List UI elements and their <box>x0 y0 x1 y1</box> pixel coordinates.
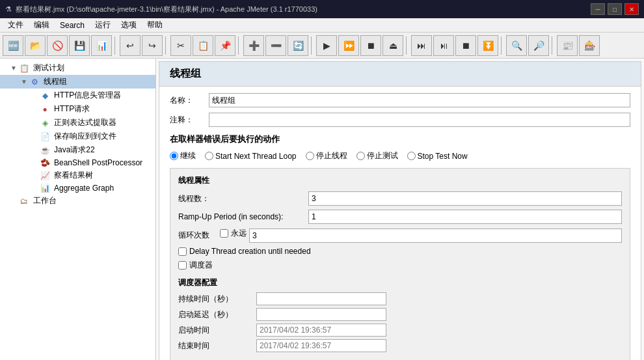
workbench-icon: 🗂 <box>19 197 29 206</box>
menu-item-运行[interactable]: 运行 <box>90 18 116 32</box>
delay-checkbox[interactable] <box>178 247 187 256</box>
loop-count-input[interactable] <box>249 228 622 243</box>
toolbar-btn-18[interactable]: ⏩ <box>338 35 359 56</box>
save-file-icon: 📄 <box>40 132 50 141</box>
scheduler-label: 调度器 <box>189 260 213 271</box>
tree-item-9[interactable]: 📊Aggregate Graph <box>0 182 155 194</box>
radio-stop-thread-label: 停止线程 <box>316 150 347 161</box>
radio-next-thread-input[interactable] <box>205 152 213 160</box>
regex-icon: ◈ <box>40 118 50 128</box>
comment-label: 注释： <box>170 115 209 126</box>
radio-next-thread[interactable]: Start Next Thread Loop <box>205 152 297 161</box>
radio-stop-thread-input[interactable] <box>306 152 314 160</box>
thread-icon: ⚙ <box>29 77 40 87</box>
toolbar-btn-19[interactable]: ⏹ <box>360 35 381 56</box>
toolbar-btn-27[interactable]: 🔍 <box>506 35 527 56</box>
toolbar-btn-22[interactable]: ⏭ <box>411 35 432 56</box>
toolbar-btn-14[interactable]: ➖ <box>265 35 286 56</box>
tree-item-2[interactable]: ◆HTTP信息头管理器 <box>0 89 155 102</box>
toolbar-btn-28[interactable]: 🔎 <box>528 35 549 56</box>
thread-count-input[interactable] <box>308 191 622 206</box>
menu-item-选项[interactable]: 选项 <box>116 18 142 32</box>
toolbar-separator <box>406 36 409 55</box>
beanshell-icon: 🫘 <box>40 158 50 167</box>
tree-item-6[interactable]: ☕Java请求22 <box>0 143 155 157</box>
ramp-up-input[interactable] <box>308 210 622 224</box>
radio-stop-test-now-label: Stop Test Now <box>418 152 468 161</box>
loop-forever-label[interactable]: 永远 <box>220 228 247 239</box>
tree-item-3[interactable]: ●HTTP请求 <box>0 102 155 116</box>
toolbar-btn-2[interactable]: 🚫 <box>47 35 68 56</box>
radio-stop-test-now-input[interactable] <box>407 152 416 160</box>
tree-item-label-9: Aggregate Graph <box>54 184 114 193</box>
toolbar-btn-25[interactable]: ⏬ <box>477 35 498 56</box>
toolbar-btn-7[interactable]: ↪ <box>142 35 163 56</box>
toolbar-btn-1[interactable]: 📂 <box>25 35 46 56</box>
toolbar-btn-13[interactable]: ➕ <box>243 35 264 56</box>
start-time-input[interactable] <box>256 324 386 337</box>
radio-continue-input[interactable] <box>170 152 178 160</box>
menu-item-帮助[interactable]: 帮助 <box>142 18 168 32</box>
radio-next-thread-label: Start Next Thread Loop <box>215 152 297 161</box>
menu-item-Search[interactable]: Search <box>55 20 90 31</box>
http-header-icon: ◆ <box>40 91 50 100</box>
toolbar-btn-10[interactable]: 📋 <box>193 35 213 56</box>
tree-item-label-5: 保存响应到到文件 <box>54 131 116 142</box>
tree-item-5[interactable]: 📄保存响应到到文件 <box>0 130 155 143</box>
name-label: 名称： <box>170 95 209 106</box>
toolbar-btn-3[interactable]: 💾 <box>69 35 90 56</box>
toolbar-btn-9[interactable]: ✂ <box>170 35 191 56</box>
startup-delay-row: 启动延迟（秒） <box>178 308 622 321</box>
maximize-button[interactable]: □ <box>608 3 622 15</box>
scheduler-checkbox-row: 调度器 <box>178 260 622 271</box>
content-panel: 线程组 名称： 注释： 在取样器错误后要执行的动作 继续 <box>156 59 644 360</box>
close-button[interactable]: ✕ <box>624 3 639 15</box>
radio-stop-thread[interactable]: 停止线程 <box>306 150 347 161</box>
toolbar-btn-30[interactable]: 📰 <box>557 35 578 56</box>
loop-forever-checkbox[interactable] <box>220 229 228 238</box>
tree-item-8[interactable]: 📈察看结果树 <box>0 169 155 182</box>
menu-item-文件[interactable]: 文件 <box>3 18 29 32</box>
titlebar-controls: ─ □ ✕ <box>591 3 639 15</box>
result-tree-icon: 📈 <box>40 171 50 180</box>
toolbar-btn-4[interactable]: 📊 <box>91 35 112 56</box>
toolbar-btn-6[interactable]: ↩ <box>120 35 141 56</box>
radio-stop-test-input[interactable] <box>356 152 365 160</box>
end-time-label: 结束时间 <box>178 340 256 352</box>
tree-item-label-1: 线程组 <box>44 76 67 87</box>
toolbar: 🆕📂🚫💾📊↩↪✂📋📌➕➖🔄▶⏩⏹⏏⏭⏯⏹⏬🔍🔎📰🎰 <box>0 33 644 59</box>
end-time-input[interactable] <box>256 339 386 352</box>
tree-item-1[interactable]: ▼⚙线程组 <box>0 75 155 89</box>
toolbar-btn-24[interactable]: ⏹ <box>455 35 476 56</box>
tree-item-10[interactable]: 🗂工作台 <box>0 194 155 208</box>
radio-continue[interactable]: 继续 <box>170 150 196 161</box>
scheduler-checkbox[interactable] <box>178 261 187 270</box>
toolbar-btn-20[interactable]: ⏏ <box>382 35 403 56</box>
toolbar-btn-15[interactable]: 🔄 <box>288 35 308 56</box>
startup-delay-input[interactable] <box>256 308 386 321</box>
toolbar-btn-17[interactable]: ▶ <box>316 35 337 56</box>
toolbar-btn-31[interactable]: 🎰 <box>579 35 600 56</box>
name-input[interactable] <box>209 93 630 107</box>
duration-row: 持续时间（秒） <box>178 292 622 305</box>
tree-item-7[interactable]: 🫘BeanShell PostProcessor <box>0 157 155 169</box>
toolbar-btn-23[interactable]: ⏯ <box>433 35 454 56</box>
tree-item-4[interactable]: ◈正则表达式提取器 <box>0 116 155 130</box>
duration-input[interactable] <box>256 292 386 305</box>
tree-item-0[interactable]: ▼📋测试计划 <box>0 61 155 75</box>
scheduler-section-title: 调度器配置 <box>178 277 622 288</box>
toolbar-btn-0[interactable]: 🆕 <box>3 35 23 56</box>
radio-stop-test[interactable]: 停止测试 <box>356 150 398 161</box>
form-body: 名称： 注释： 在取样器错误后要执行的动作 继续 <box>159 87 641 360</box>
thread-count-label: 线程数： <box>178 193 308 204</box>
menubar: 文件编辑Search运行选项帮助 <box>0 18 644 33</box>
toolbar-btn-11[interactable]: 📌 <box>215 35 235 56</box>
ramp-up-row: Ramp-Up Period (in seconds): <box>178 210 622 224</box>
menu-item-编辑[interactable]: 编辑 <box>29 18 55 32</box>
toolbar-separator <box>238 36 241 55</box>
startup-delay-label: 启动延迟（秒） <box>178 309 256 320</box>
comment-input[interactable] <box>209 113 630 127</box>
radio-stop-test-now[interactable]: Stop Test Now <box>407 152 468 161</box>
delay-checkbox-row: Delay Thread creation until needed <box>178 247 622 256</box>
minimize-button[interactable]: ─ <box>591 3 605 15</box>
